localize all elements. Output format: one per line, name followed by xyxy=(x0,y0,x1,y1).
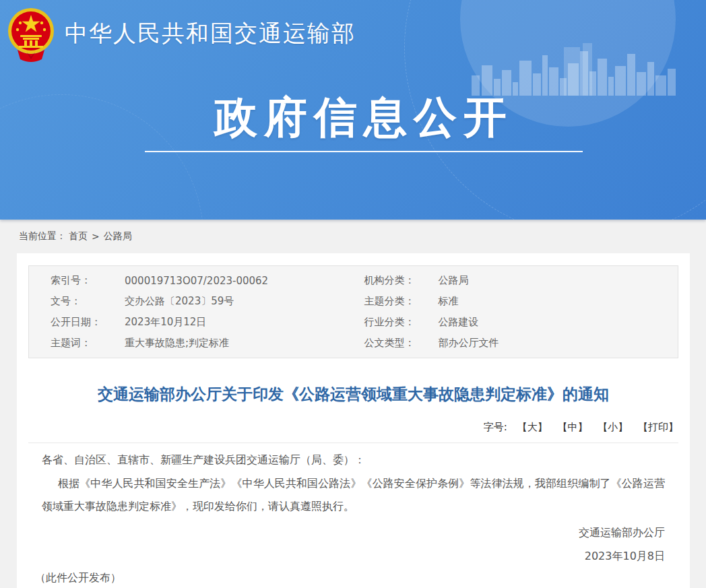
banner: 政府信息公开 xyxy=(11,93,706,152)
meta-label: 主题分类： xyxy=(364,295,439,308)
document-signature: 交通运输部办公厅 xyxy=(42,526,665,540)
meta-field-index-number: 索引号： 000019713O07/2023-00062 xyxy=(29,270,354,291)
document-body: 各省、自治区、直辖市、新疆生产建设兵团交通运输厅（局、委）： 根据《中华人民共和… xyxy=(28,453,678,585)
font-size-label: 字号: xyxy=(484,421,507,433)
meta-label: 文号： xyxy=(51,295,125,308)
meta-field-org-category: 机构分类： 公路局 xyxy=(354,270,678,291)
font-size-small-button[interactable]: 【小】 xyxy=(598,421,628,433)
site-header: 中华人民共和国交通运输部 政府信息公开 xyxy=(0,0,706,220)
meta-field-industry-category: 行业分类： 公路建设 xyxy=(354,312,678,333)
breadcrumb-separator: > xyxy=(92,231,100,242)
meta-value: 2023年10月12日 xyxy=(125,316,206,329)
font-size-medium-button[interactable]: 【中】 xyxy=(557,421,587,433)
meta-label: 索引号： xyxy=(51,274,125,287)
meta-field-doc-number: 文号： 交办公路〔2023〕59号 xyxy=(29,291,354,312)
meta-label: 公开日期： xyxy=(51,316,125,329)
document-date: 2023年10月8日 xyxy=(42,550,665,563)
site-name: 中华人民共和国交通运输部 xyxy=(65,18,356,49)
breadcrumb: 当前位置： 首页 > 公路局 xyxy=(0,220,706,253)
meta-value: 公路建设 xyxy=(439,316,479,329)
font-size-toolbar: 字号: 【大】 【中】 【小】 【打印】 xyxy=(28,420,678,443)
header-topbar: 中华人民共和国交通运输部 xyxy=(7,5,356,62)
breadcrumb-home-link[interactable]: 首页 xyxy=(69,230,88,242)
breadcrumb-section-link[interactable]: 公路局 xyxy=(104,230,132,242)
publish-note: （此件公开发布） xyxy=(35,571,665,585)
banner-underline xyxy=(145,151,583,152)
meta-value: 标准 xyxy=(439,295,459,308)
national-emblem-logo xyxy=(7,5,55,62)
font-size-large-button[interactable]: 【大】 xyxy=(517,421,548,433)
content-card: 索引号： 000019713O07/2023-00062 机构分类： 公路局 文… xyxy=(17,253,690,588)
meta-field-topic-category: 主题分类： 标准 xyxy=(354,291,678,312)
meta-field-doc-type: 公文类型： 部办公厅文件 xyxy=(354,333,678,354)
print-button[interactable]: 【打印】 xyxy=(638,421,678,433)
document-meta-table: 索引号： 000019713O07/2023-00062 机构分类： 公路局 文… xyxy=(28,265,678,358)
page-title: 政府信息公开 xyxy=(11,93,706,141)
document-greeting: 各省、自治区、直辖市、新疆生产建设兵团交通运输厅（局、委）： xyxy=(42,453,665,467)
meta-value: 000019713O07/2023-00062 xyxy=(125,275,268,287)
document-title: 交通运输部办公厅关于印发《公路运营领域重大事故隐患判定标准》的通知 xyxy=(28,384,678,404)
meta-value: 公路局 xyxy=(439,274,469,287)
meta-label: 机构分类： xyxy=(364,274,439,287)
document-paragraph: 根据《中华人民共和国安全生产法》《中华人民共和国公路法》《公路安全保护条例》等法… xyxy=(42,472,665,518)
meta-value: 交办公路〔2023〕59号 xyxy=(125,295,234,308)
meta-field-keywords: 主题词： 重大事故隐患;判定标准 xyxy=(29,333,354,354)
city-skyline-illustration xyxy=(468,42,684,96)
meta-field-publish-date: 公开日期： 2023年10月12日 xyxy=(29,312,354,333)
meta-value: 重大事故隐患;判定标准 xyxy=(125,337,229,350)
breadcrumb-label: 当前位置： xyxy=(19,230,66,242)
meta-label: 行业分类： xyxy=(364,316,439,329)
meta-label: 公文类型： xyxy=(364,337,439,350)
meta-value: 部办公厅文件 xyxy=(439,337,499,350)
meta-label: 主题词： xyxy=(51,337,125,350)
